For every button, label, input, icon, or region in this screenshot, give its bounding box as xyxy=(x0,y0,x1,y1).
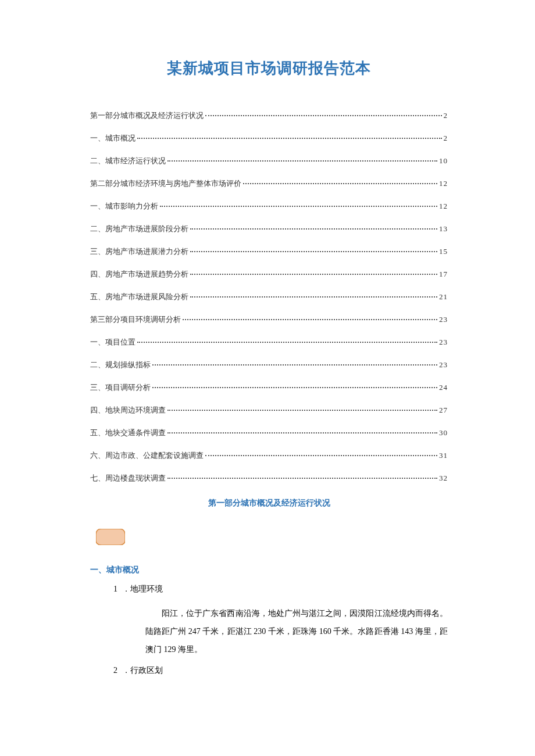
toc-page-number: 2 xyxy=(444,111,448,120)
toc-label: 一、项目位置 xyxy=(90,337,135,347)
toc-page-number: 13 xyxy=(439,224,448,234)
toc-entry: 四、地块周边环境调查 27 xyxy=(90,405,448,415)
toc-entry: 二、城市经济运行状况 10 xyxy=(90,156,448,166)
toc-leader-dots xyxy=(167,410,437,411)
toc-page-number: 24 xyxy=(439,383,448,392)
toc-entry: 七、周边楼盘现状调查 32 xyxy=(90,473,448,483)
toc-leader-dots xyxy=(205,115,442,116)
toc-label: 五、房地产市场进展风险分析 xyxy=(90,292,188,302)
toc-leader-dots xyxy=(190,251,437,252)
toc-leader-dots xyxy=(190,274,437,275)
toc-label: 七、周边楼盘现状调查 xyxy=(90,473,166,483)
toc-leader-dots xyxy=(167,478,437,479)
toc-entry: 第三部分项目环境调研分析 23 xyxy=(90,314,448,325)
toc-page-number: 32 xyxy=(439,474,448,483)
toc-entry: 四、房地产市场进展趋势分析 17 xyxy=(90,269,448,280)
toc-page-number: 2 xyxy=(444,134,448,143)
document-title: 某新城项目市场调研报告范本 xyxy=(90,58,448,78)
toc-leader-dots xyxy=(137,138,442,139)
toc-entry: 三、项目调研分析 24 xyxy=(90,382,448,393)
table-of-contents: 第一部分城市概况及经济运行状况 2 一、城市概况 2 二、城市经济运行状况 10… xyxy=(90,110,448,483)
toc-page-number: 12 xyxy=(439,202,448,211)
toc-page-number: 31 xyxy=(439,451,448,460)
toc-entry: 第一部分城市概况及经济运行状况 2 xyxy=(90,110,448,121)
toc-page-number: 10 xyxy=(439,156,448,166)
decorative-shape-icon xyxy=(96,529,448,547)
list-item-label: ．地理环境 xyxy=(122,585,163,593)
toc-page-number: 23 xyxy=(439,315,448,324)
list-item-number: 2 xyxy=(113,666,117,675)
toc-label: 五、地块交通条件调查 xyxy=(90,428,166,438)
toc-entry: 二、房地产市场进展阶段分析 13 xyxy=(90,224,448,234)
document-page: 某新城项目市场调研报告范本 第一部分城市概况及经济运行状况 2 一、城市概况 2… xyxy=(0,0,535,721)
body-paragraph: 阳江，位于广东省西南沿海，地处广州与湛江之间，因漠阳江流经境内而得名。陆路距广州… xyxy=(145,605,448,658)
toc-page-number: 12 xyxy=(439,179,448,188)
toc-label: 一、城市影响力分析 xyxy=(90,201,158,212)
toc-label: 六、周边市政、公建配套设施调查 xyxy=(90,450,204,461)
toc-entry: 一、城市影响力分析 12 xyxy=(90,201,448,212)
toc-label: 二、城市经济运行状况 xyxy=(90,156,166,166)
toc-label: 四、地块周边环境调查 xyxy=(90,405,166,415)
toc-leader-dots xyxy=(160,206,437,207)
toc-entry: 一、项目位置 23 xyxy=(90,337,448,347)
toc-page-number: 23 xyxy=(439,338,448,347)
toc-leader-dots xyxy=(243,183,437,184)
toc-entry: 六、周边市政、公建配套设施调查 31 xyxy=(90,450,448,461)
toc-page-number: 23 xyxy=(439,360,448,370)
toc-leader-dots xyxy=(190,228,437,230)
toc-label: 二、规划操纵指标 xyxy=(90,360,151,370)
sub-heading: 一、城市概况 xyxy=(90,565,448,575)
toc-label: 二、房地产市场进展阶段分析 xyxy=(90,224,188,234)
toc-entry: 二、规划操纵指标 23 xyxy=(90,360,448,370)
toc-entry: 第二部分城市经济环境与房地产整体市场评价 12 xyxy=(90,178,448,189)
list-item-label: ．行政区划 xyxy=(122,666,163,675)
toc-page-number: 21 xyxy=(439,292,448,302)
toc-leader-dots xyxy=(167,432,437,433)
toc-leader-dots xyxy=(167,160,437,162)
toc-label: 第一部分城市概况及经济运行状况 xyxy=(90,110,204,121)
toc-label: 第三部分项目环境调研分析 xyxy=(90,314,181,325)
toc-entry: 五、地块交通条件调查 30 xyxy=(90,428,448,438)
list-item: 1．地理环境 xyxy=(113,584,448,594)
toc-leader-dots xyxy=(190,296,437,298)
toc-leader-dots xyxy=(205,455,437,456)
list-item: 2．行政区划 xyxy=(113,665,448,676)
toc-label: 第二部分城市经济环境与房地产整体市场评价 xyxy=(90,178,241,189)
toc-entry: 三、房地产市场进展潜力分析 15 xyxy=(90,246,448,257)
toc-leader-dots xyxy=(137,342,437,343)
toc-label: 三、项目调研分析 xyxy=(90,382,151,393)
toc-page-number: 17 xyxy=(439,270,448,279)
toc-entry: 五、房地产市场进展风险分析 21 xyxy=(90,292,448,302)
section-heading: 第一部分城市概况及经济运行状况 xyxy=(90,498,448,508)
toc-leader-dots xyxy=(152,364,437,366)
toc-entry: 一、城市概况 2 xyxy=(90,133,448,144)
toc-label: 三、房地产市场进展潜力分析 xyxy=(90,246,188,257)
toc-label: 四、房地产市场进展趋势分析 xyxy=(90,269,188,280)
toc-label: 一、城市概况 xyxy=(90,133,135,144)
list-item-number: 1 xyxy=(113,585,117,593)
toc-leader-dots xyxy=(152,387,437,388)
toc-page-number: 30 xyxy=(439,428,448,438)
toc-leader-dots xyxy=(183,319,437,320)
toc-page-number: 27 xyxy=(439,406,448,415)
toc-page-number: 15 xyxy=(439,247,448,256)
